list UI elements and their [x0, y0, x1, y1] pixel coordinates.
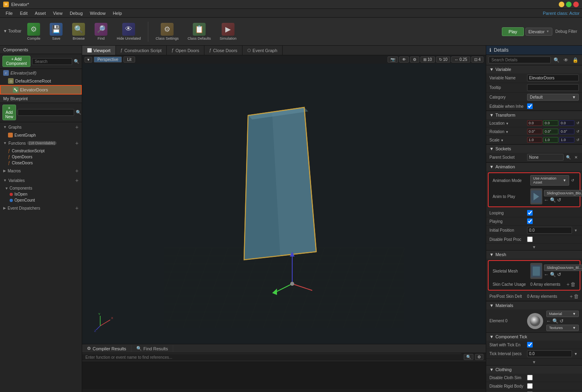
- browse-button[interactable]: 🔍 Browse: [69, 21, 89, 42]
- find-results-tab[interactable]: 🔍 Find Results: [131, 345, 173, 352]
- textures-dropdown[interactable]: Textures ▼: [546, 325, 579, 331]
- socket-clear-button[interactable]: ✕: [573, 155, 579, 160]
- macros-add-button[interactable]: +: [75, 168, 79, 174]
- anim-search-button[interactable]: 🔍: [550, 197, 556, 203]
- location-y[interactable]: [543, 120, 558, 126]
- compile-button[interactable]: ⚙ Compile: [24, 21, 44, 42]
- menu-debug[interactable]: Debug: [67, 10, 86, 16]
- components-search-icon[interactable]: 🔍: [74, 59, 79, 64]
- component-elevator-self[interactable]: E Elevator(self): [0, 69, 82, 77]
- functions-add-button[interactable]: +: [75, 140, 79, 146]
- tooltip-input[interactable]: [527, 84, 579, 91]
- editable-checkbox[interactable]: [527, 103, 533, 109]
- simulation-button[interactable]: ▶ Simulation: [216, 21, 240, 42]
- mesh-section-header[interactable]: ▼ Mesh: [486, 251, 582, 259]
- class-defaults-button[interactable]: 📋 Class Defaults: [184, 21, 214, 42]
- looping-checkbox[interactable]: [527, 210, 533, 216]
- save-button[interactable]: 💾 Save: [46, 21, 66, 42]
- camera-btn[interactable]: 📷: [388, 57, 398, 63]
- tab-close-doors[interactable]: ƒ Close Doors: [204, 46, 242, 55]
- add-new-button[interactable]: + Add New: [2, 105, 16, 120]
- viewport[interactable]: ▼ Perspective Lit 📷 👁 ⚙ ⊞ 10 ↻ 10 ↔ 0.25…: [82, 55, 486, 344]
- variable-name-input[interactable]: [527, 75, 579, 81]
- menu-edit[interactable]: Edit: [17, 10, 31, 16]
- rotation-y[interactable]: [543, 129, 558, 134]
- maximize-button[interactable]: [566, 2, 572, 7]
- category-dropdown[interactable]: Default ▼: [527, 94, 579, 101]
- anim-back-button[interactable]: ←: [544, 197, 549, 203]
- material-dropdown[interactable]: Material ▼: [546, 311, 579, 317]
- material-back-button[interactable]: ←: [546, 318, 551, 324]
- tick-expand-button[interactable]: ▼: [532, 360, 536, 364]
- bp-construction-script[interactable]: ƒ ConstructionScript: [0, 148, 82, 154]
- menu-view[interactable]: View: [50, 10, 66, 16]
- animation-expand-button[interactable]: ▼: [532, 245, 536, 249]
- components-search-input[interactable]: [32, 58, 72, 65]
- graphs-add-button[interactable]: +: [75, 124, 79, 130]
- menu-file[interactable]: File: [2, 10, 16, 16]
- find-button[interactable]: 🔎 Find: [91, 21, 111, 42]
- socket-search-button[interactable]: 🔍: [565, 155, 572, 160]
- close-button[interactable]: [573, 2, 579, 7]
- animation-mode-dropdown[interactable]: Use Animation Asset ▼: [530, 175, 569, 186]
- viewport-collapse-btn[interactable]: ▼: [85, 57, 92, 63]
- lit-button[interactable]: Lit: [123, 57, 135, 63]
- start-tick-checkbox[interactable]: [527, 342, 533, 348]
- add-component-button[interactable]: + Add Component: [2, 56, 30, 67]
- window-controls[interactable]: [559, 2, 579, 7]
- tab-event-graph[interactable]: ⬡ Event Graph: [242, 46, 283, 55]
- rotation-z[interactable]: [559, 129, 574, 134]
- menu-help[interactable]: Help: [109, 10, 125, 16]
- anim-to-play-dropdown[interactable]: SlidingDoorAnim_Blo... ▼: [544, 190, 582, 196]
- playing-checkbox[interactable]: [527, 218, 533, 224]
- menu-asset[interactable]: Asset: [32, 10, 49, 16]
- clothing-section-header[interactable]: ▼ Clothing: [486, 366, 582, 374]
- scale-reset[interactable]: ↺: [575, 137, 581, 143]
- component-default-scene-root[interactable]: ◎ DefaultSceneRoot: [0, 77, 82, 85]
- materials-section-header[interactable]: ▼ Materials: [486, 301, 582, 309]
- bp-search-input[interactable]: [18, 109, 74, 116]
- location-x[interactable]: [527, 120, 542, 126]
- hide-unrelated-button[interactable]: 👁 Hide Unrelated: [113, 21, 144, 42]
- material-reset-button[interactable]: ↺: [560, 318, 564, 324]
- bp-event-dispatchers-title[interactable]: ▶ Event Dispatchers +: [0, 203, 82, 213]
- bp-event-graph[interactable]: EventGraph: [0, 132, 82, 138]
- bottom-search-button[interactable]: 🔍: [464, 354, 473, 360]
- component-elevator-doors[interactable]: 🦴 ElevatorDoors: [0, 85, 82, 95]
- tab-construction-script[interactable]: ƒ Construction Script: [116, 46, 167, 55]
- disable-post-proc-checkbox[interactable]: [527, 236, 533, 242]
- skin-cache-delete[interactable]: 🗑: [570, 281, 576, 287]
- anim-duplicate-button[interactable]: ↺: [557, 197, 561, 203]
- rot-snap-btn[interactable]: ↻ 10: [436, 57, 451, 63]
- details-lock-button[interactable]: 🔒: [571, 57, 580, 63]
- location-z[interactable]: [559, 120, 574, 126]
- initial-position-reset[interactable]: ▼: [573, 228, 579, 233]
- skin-cache-add[interactable]: +: [566, 281, 570, 287]
- play-button[interactable]: Play: [502, 27, 524, 36]
- bp-close-doors[interactable]: ƒ CloseDoors: [0, 160, 82, 166]
- debug-dropdown[interactable]: Elevator ▼: [525, 28, 552, 36]
- component-tick-header[interactable]: ▼ Component Tick: [486, 333, 582, 341]
- bp-open-count[interactable]: OpenCount: [0, 197, 82, 203]
- material-search-button[interactable]: 🔍: [552, 318, 558, 324]
- bp-macros-title[interactable]: ▶ Macros +: [0, 166, 82, 176]
- tab-open-doors[interactable]: ƒ Open Doors: [167, 46, 204, 55]
- tab-viewport[interactable]: ⬜ Viewport: [82, 46, 116, 55]
- rotation-reset[interactable]: ↺: [575, 129, 581, 134]
- details-search-input[interactable]: [489, 57, 551, 63]
- fov-btn[interactable]: ⊡ 4: [471, 57, 483, 63]
- animation-section-header[interactable]: ▼ Animation: [486, 163, 582, 171]
- pre-post-skin-add[interactable]: +: [570, 293, 573, 299]
- show-btn[interactable]: 👁: [399, 57, 409, 63]
- class-settings-button[interactable]: ⚙ Class Settings: [152, 21, 182, 42]
- animation-mode-reset[interactable]: ↺: [570, 178, 576, 183]
- skeletal-mesh-back-button[interactable]: ←: [544, 272, 549, 277]
- tick-interval-input[interactable]: [527, 350, 572, 357]
- bottom-settings-button[interactable]: ⚙: [475, 354, 483, 360]
- grid-snap-btn[interactable]: ⊞ 10: [420, 57, 435, 63]
- skeletal-mesh-reset-button[interactable]: ↺: [557, 272, 561, 277]
- minimize-button[interactable]: [559, 2, 564, 7]
- animation-expand-row[interactable]: ▼: [486, 244, 582, 250]
- bp-is-open[interactable]: IsOpen: [0, 191, 82, 197]
- scale-z[interactable]: [559, 137, 574, 143]
